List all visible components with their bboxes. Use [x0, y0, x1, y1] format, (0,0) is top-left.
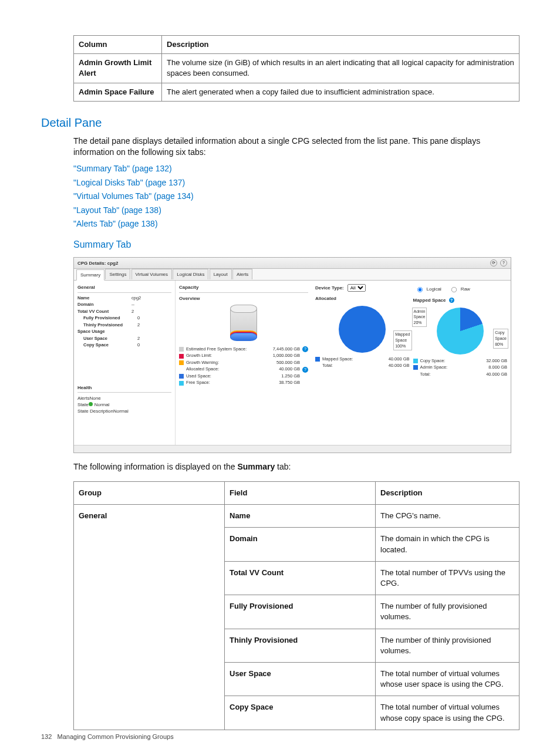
overview-subtitle: Overview — [179, 295, 308, 302]
refresh-icon[interactable]: ⟳ — [490, 259, 497, 266]
allocated-pie-label: Mapped Space 100% — [393, 330, 411, 350]
general-key: Total VV Count — [77, 309, 131, 315]
health-row: StateNormal — [77, 401, 171, 408]
radio-raw[interactable]: Raw — [447, 284, 470, 293]
desc-cell: The number of fully provisioned volumes. — [376, 595, 519, 629]
xref-link[interactable]: "Summary Tab" (page 132) — [73, 163, 519, 175]
xref-link[interactable]: "Layout Tab" (page 138) — [73, 205, 519, 217]
table-row: Admin Space Failure The alert generated … — [74, 83, 519, 101]
desc-cell: The total number of TPVVs using the CPG. — [376, 561, 519, 595]
general-value: 2 — [137, 336, 171, 342]
cell-description: The volume size (in GiB) of which result… — [162, 54, 519, 83]
help-icon[interactable]: ? — [449, 298, 454, 303]
col-header-description: Description — [162, 36, 519, 54]
tab-alerts[interactable]: Alerts — [232, 269, 252, 279]
legend-swatch-icon — [413, 359, 418, 363]
capacity-cylinder-graphic — [230, 305, 257, 340]
health-section-title: Health — [77, 384, 171, 393]
health-row: State DescriptionNormal — [77, 408, 171, 414]
legend-swatch-icon — [179, 354, 184, 359]
desc-cell: The total number of virtual volumes whos… — [376, 662, 519, 696]
intro-paragraph: The detail pane displays detailed inform… — [73, 136, 519, 158]
general-row: Space Usage — [77, 329, 171, 335]
general-row: Namecpg2 — [77, 295, 171, 302]
tab-summary[interactable]: Summary — [76, 269, 104, 281]
header-description: Description — [376, 482, 519, 505]
table-row: Admin Growth Limit Alert The volume size… — [74, 54, 519, 83]
general-value: 0 — [137, 342, 171, 349]
general-section-title: General — [77, 284, 171, 292]
general-row: Fully Provisioned0 — [77, 315, 171, 322]
overview-legend-row: Allocated Space:40.000 GB? — [179, 366, 308, 373]
cell-column: Admin Space Failure — [74, 83, 162, 101]
general-key: Domain — [77, 302, 131, 308]
cell-column: Admin Growth Limit Alert — [74, 54, 162, 83]
subheading-summary-tab: Summary Tab — [73, 238, 519, 251]
legend-swatch-icon — [179, 381, 184, 386]
overview-legend-row: Growth Warning:500.000 GB — [179, 360, 308, 366]
general-row: Copy Space0 — [77, 342, 171, 349]
general-row: User Space2 — [77, 336, 171, 342]
allocated-legend-row: Total:40.000 GB — [315, 363, 410, 369]
xref-link[interactable]: "Logical Disks Tab" (page 137) — [73, 177, 519, 189]
help-icon[interactable]: ? — [500, 259, 507, 266]
mapped-pie-label-admin: Admin Space 20% — [412, 308, 427, 327]
help-icon[interactable]: ? — [302, 346, 308, 352]
legend-swatch-icon — [179, 374, 184, 379]
window-title: CPG Details: cpg2 — [77, 260, 118, 266]
mapped-legend-row: Copy Space:32.000 GB — [413, 358, 508, 364]
summary-intro: The following information is displayed o… — [73, 461, 519, 473]
field-cell: Total VV Count — [225, 561, 376, 595]
field-cell: Thinly Provisioned — [225, 629, 376, 662]
xref-link[interactable]: "Alerts Tab" (page 138) — [73, 218, 519, 230]
mapped-pie-label-copy: Copy Space 80% — [493, 329, 508, 348]
tab-logical-disks[interactable]: Logical Disks — [173, 269, 208, 279]
device-type-select[interactable]: All — [348, 284, 366, 292]
tab-bar: Summary Settings Virtual Volumes Logical… — [74, 269, 511, 281]
general-value: 2 — [137, 322, 171, 329]
col-header-column: Column — [74, 36, 162, 54]
field-cell: User Space — [225, 662, 376, 696]
xref-link[interactable]: "Virtual Volumes Tab" (page 134) — [73, 191, 519, 202]
group-cell: General — [74, 505, 225, 730]
mapped-title: Mapped Space ? — [413, 297, 508, 303]
desc-cell: The total number of virtual volumes whos… — [376, 696, 519, 730]
mapped-legend-row: Admin Space:8.000 GB — [413, 364, 508, 371]
general-key: Name — [77, 295, 131, 302]
field-cell: Fully Provisioned — [225, 595, 376, 629]
general-key: Copy Space — [77, 342, 137, 349]
general-row: Thinly Provisioned2 — [77, 322, 171, 329]
legend-swatch-icon — [413, 365, 418, 370]
general-row: Total VV Count2 — [77, 309, 171, 315]
general-key: User Space — [77, 336, 137, 342]
page-footer: 132 Managing Common Provisioning Groups — [41, 733, 174, 741]
overview-legend-row: Used Space:1.250 GB — [179, 373, 308, 380]
general-key: Thinly Provisioned — [77, 322, 137, 329]
allocated-pie-chart — [339, 306, 386, 353]
general-value: cpg2 — [131, 295, 171, 302]
tab-virtual-volumes[interactable]: Virtual Volumes — [131, 269, 172, 279]
general-value: 2 — [131, 309, 171, 315]
field-cell: Name — [225, 505, 376, 528]
help-icon[interactable]: ? — [302, 367, 308, 373]
field-cell: Domain — [225, 528, 376, 561]
general-key: Space Usage — [77, 329, 131, 335]
column-description-table: Column Description Admin Growth Limit Al… — [73, 35, 519, 102]
horizontal-scrollbar[interactable] — [74, 445, 511, 453]
capacity-section-title: Capacity — [179, 284, 308, 292]
legend-swatch-icon — [315, 357, 320, 362]
general-value: 0 — [137, 315, 171, 322]
field-cell: Copy Space — [225, 696, 376, 730]
mapped-legend-row: Total:40.000 GB — [413, 372, 508, 378]
overview-legend-row: Estimated Free System Space:7,445.000 GB… — [179, 346, 308, 353]
legend-swatch-icon — [179, 360, 184, 365]
general-row: Domain-- — [77, 302, 171, 308]
general-key: Fully Provisioned — [77, 315, 137, 322]
mapped-pie-chart — [437, 308, 484, 355]
tab-settings[interactable]: Settings — [105, 269, 130, 279]
tab-layout[interactable]: Layout — [210, 269, 232, 279]
status-normal-icon — [89, 402, 93, 406]
radio-logical[interactable]: Logical — [413, 284, 441, 293]
device-type-label: Device Type: — [315, 285, 344, 291]
allocated-title: Allocated — [315, 295, 410, 302]
